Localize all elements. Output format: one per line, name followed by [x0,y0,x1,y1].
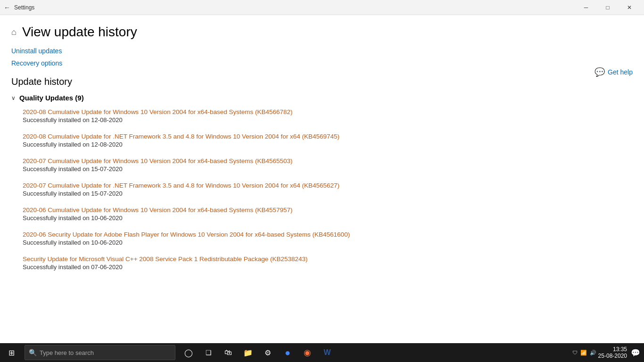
update-status: Successfully installed on 12-08-2020 [23,141,633,148]
update-status: Successfully installed on 15-07-2020 [23,165,633,173]
search-placeholder: Type here to search [40,349,94,356]
word-icon[interactable]: W [318,343,337,362]
taskbar-right: 🛡 📶 🔊 13:35 25-08-2020 💬 [572,346,644,359]
explorer-icon[interactable]: 📁 [239,343,257,362]
updates-list: 2020-08 Cumulative Update for Windows 10… [11,108,633,271]
get-help-label[interactable]: Get help [608,68,633,76]
volume-icon: 🔊 [590,350,596,356]
back-button[interactable]: ← [4,4,10,11]
notifications-icon[interactable]: 💬 [631,348,640,357]
search-bar[interactable]: 🔍 Type here to search [25,345,175,360]
update-link[interactable]: Security Update for Microsoft Visual C++… [23,255,633,263]
close-button[interactable]: ✕ [619,0,640,15]
collapse-icon: ∨ [11,95,16,101]
maximize-button[interactable]: □ [597,0,619,15]
network-icon: 📶 [580,350,587,356]
update-item: 2020-07 Cumulative Update for .NET Frame… [23,182,633,197]
titlebar: ← Settings ─ □ ✕ [0,0,644,15]
main-area: 💬 Get help ⌂ View update history Uninsta… [0,15,644,343]
update-history-section: Update history ∨ Quality Updates (9) 202… [11,76,633,271]
uninstall-updates-link[interactable]: Uninstall updates [11,47,633,55]
home-icon[interactable]: ⌂ [11,27,17,37]
update-link[interactable]: 2020-06 Security Update for Adobe Flash … [23,231,633,238]
antivirus-icon: 🛡 [572,350,578,355]
minimize-button[interactable]: ─ [575,0,597,15]
start-button[interactable]: ⊞ [0,343,23,362]
titlebar-controls: ─ □ ✕ [575,0,640,15]
titlebar-title: Settings [14,4,34,11]
update-item: 2020-08 Cumulative Update for Windows 10… [23,108,633,123]
store-icon[interactable]: 🛍 [219,343,238,362]
update-item: 2020-06 Cumulative Update for Windows 10… [23,206,633,222]
update-link[interactable]: 2020-08 Cumulative Update for .NET Frame… [23,133,633,140]
update-link[interactable]: 2020-07 Cumulative Update for Windows 10… [23,157,633,165]
update-status: Successfully installed on 15-07-2020 [23,190,633,197]
content-area: 💬 Get help ⌂ View update history Uninsta… [0,15,644,343]
section-title: Update history [11,76,633,87]
update-status: Successfully installed on 07-06-2020 [23,263,633,271]
clock[interactable]: 13:35 25-08-2020 [598,346,627,359]
help-icon: 💬 [594,67,605,77]
update-status: Successfully installed on 10-06-2020 [23,214,633,222]
category-header[interactable]: ∨ Quality Updates (9) [11,94,633,102]
update-status: Successfully installed on 12-08-2020 [23,116,633,123]
update-link[interactable]: 2020-07 Cumulative Update for .NET Frame… [23,182,633,189]
taskbar: ⊞ 🔍 Type here to search ◯ ❑ 🛍 📁 ⚙ ● ◉ W … [0,343,644,362]
cortana-button[interactable]: ◯ [179,343,198,362]
update-link[interactable]: 2020-08 Cumulative Update for Windows 10… [23,108,633,115]
settings-icon[interactable]: ⚙ [258,343,277,362]
update-item: 2020-08 Cumulative Update for .NET Frame… [23,133,633,148]
firefox-icon[interactable]: ◉ [298,343,317,362]
date-display: 25-08-2020 [598,353,627,359]
time-display: 13:35 [598,346,627,353]
page-title: View update history [22,25,137,40]
chrome-icon[interactable]: ● [278,343,297,362]
search-icon: 🔍 [29,349,37,356]
get-help-area[interactable]: 💬 Get help [594,67,633,77]
recovery-options-link[interactable]: Recovery options [11,59,633,67]
top-links: Uninstall updates Recovery options [11,47,633,67]
page-header: ⌂ View update history [11,15,633,47]
category-name: Quality Updates (9) [19,94,84,102]
update-item: 2020-07 Cumulative Update for Windows 10… [23,157,633,173]
systray: 🛡 📶 🔊 [572,350,596,356]
taskview-button[interactable]: ❑ [199,343,218,362]
titlebar-left: ← Settings [4,4,34,11]
update-item: Security Update for Microsoft Visual C++… [23,255,633,271]
update-link[interactable]: 2020-06 Cumulative Update for Windows 10… [23,206,633,214]
update-status: Successfully installed on 10-06-2020 [23,239,633,246]
update-item: 2020-06 Security Update for Adobe Flash … [23,231,633,246]
taskbar-icons: ◯ ❑ 🛍 📁 ⚙ ● ◉ W [179,343,337,362]
